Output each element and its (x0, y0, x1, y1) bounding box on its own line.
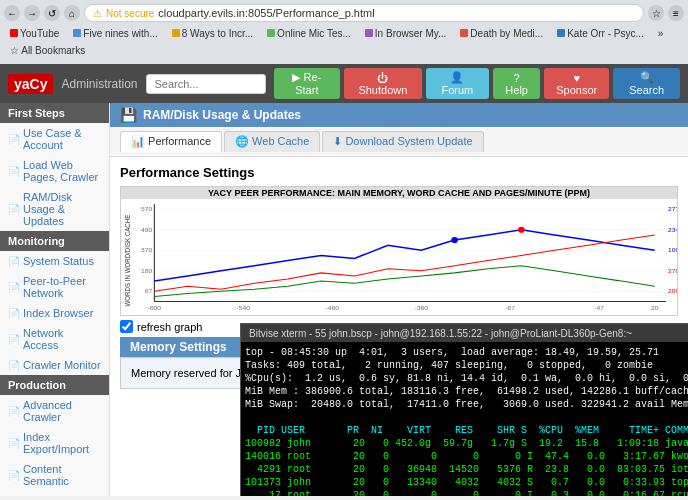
terminal-window: Bitvise xterm - 55 john.bscp - john@192.… (240, 323, 688, 496)
refresh-graph-checkbox[interactable] (120, 320, 133, 333)
svg-text:-460: -460 (326, 304, 340, 311)
section-icon: 💾 (120, 107, 137, 123)
svg-text:67: 67 (145, 288, 153, 295)
lock-icon: ⚠ (93, 8, 102, 19)
page-title: Performance Settings (120, 165, 678, 180)
bookmark-browser[interactable]: In Browser My... (359, 26, 453, 41)
forum-button[interactable]: 👤 Forum (426, 68, 490, 99)
sidebar-item-targetanalysis[interactable]: 📄Target Analysis (0, 491, 109, 496)
refresh-button[interactable]: ↺ (44, 5, 60, 21)
svg-text:-540: -540 (237, 304, 251, 311)
app: yaCy Administration ▶ Re-Start ⏻ Shutdow… (0, 64, 688, 496)
memory-label: Memory reserved for JVM (131, 367, 258, 379)
sidebar-item-systemstatus[interactable]: 📄System Status (0, 251, 109, 271)
sidebar-section-monitoring: Monitoring 📄System Status 📄Peer-to-Peer … (0, 231, 109, 375)
terminal-line-blank (245, 411, 688, 424)
tab-performance[interactable]: 📊 Performance (120, 131, 222, 152)
tabs: 📊 Performance 🌐 Web Cache ⬇ Download Sys… (110, 127, 688, 157)
terminal-line-10: 101373 john 20 0 13340 4032 4032 S 0.7 0… (245, 476, 688, 489)
not-secure-label: Not secure (106, 8, 154, 19)
bookmark-mic[interactable]: Online Mic Tes... (261, 26, 357, 41)
chart-title: YACY PEER PERFORMANCE: MAIN MEMORY, WORD… (121, 187, 677, 199)
svg-text:2770: 2770 (668, 206, 677, 213)
back-button[interactable]: ← (4, 5, 20, 21)
shutdown-button[interactable]: ⏻ Shutdown (344, 68, 421, 99)
tab-download[interactable]: ⬇ Download System Update (322, 131, 483, 152)
url-text: cloudparty.evils.in:8055/Performance_p.h… (158, 7, 374, 19)
sidebar-item-contentsemantic[interactable]: 📄Content Semantic (0, 459, 109, 491)
all-bookmarks-button[interactable]: ☆ All Bookmarks (4, 43, 91, 58)
section-title: RAM/Disk Usage & Updates (143, 108, 301, 122)
bookmark-8ways[interactable]: 8 Ways to Incr... (166, 26, 259, 41)
svg-text:-600: -600 (148, 304, 162, 311)
svg-point-20 (518, 227, 525, 233)
svg-text:-360: -360 (415, 304, 429, 311)
refresh-graph-label: refresh graph (137, 321, 202, 333)
main-layout: First Steps 📄Use Case & Account 📄Load We… (0, 103, 688, 496)
address-bar[interactable]: ⚠ Not secure cloudparty.evils.in:8055/Pe… (84, 4, 644, 22)
svg-text:1000: 1000 (668, 247, 677, 254)
terminal-line-3: %Cpu(s): 1.2 us, 0.6 sy, 81.8 ni, 14.4 i… (245, 372, 688, 385)
section-header: 💾 RAM/Disk Usage & Updates (110, 103, 688, 127)
sidebar-item-indexexport[interactable]: 📄Index Export/Import (0, 427, 109, 459)
sidebar-item-networkaccess[interactable]: 📄Network Access (0, 323, 109, 355)
top-bar: yaCy Administration ▶ Re-Start ⏻ Shutdow… (0, 64, 688, 103)
sidebar-section-title-monitoring: Monitoring (0, 231, 109, 251)
svg-text:2000: 2000 (668, 288, 677, 295)
sidebar-item-loadweb[interactable]: 📄Load Web Pages, Crawler (0, 155, 109, 187)
sidebar-item-indexbrowser[interactable]: 📄Index Browser (0, 303, 109, 323)
browser-chrome: ← → ↺ ⌂ ⚠ Not secure cloudparty.evils.in… (0, 0, 688, 64)
browser-nav: ← → ↺ ⌂ ⚠ Not secure cloudparty.evils.in… (4, 4, 684, 22)
svg-point-21 (451, 237, 458, 243)
search-input[interactable] (146, 74, 266, 94)
svg-text:180: 180 (141, 267, 153, 274)
help-button[interactable]: ? Help (493, 68, 540, 99)
svg-text:490: 490 (141, 226, 153, 233)
terminal-line-4: MiB Mem : 386900.6 total, 183116.3 free,… (245, 385, 688, 398)
star-button[interactable]: ☆ (648, 5, 664, 21)
home-button[interactable]: ⌂ (64, 5, 80, 21)
svg-text:-67: -67 (505, 304, 515, 311)
terminal-line-8: 140016 root 20 0 0 0 0 I 47.4 0.0 3:17.6… (245, 450, 688, 463)
terminal-title: Bitvise xterm - 55 john.bscp - john@192.… (249, 328, 632, 339)
sidebar: First Steps 📄Use Case & Account 📄Load We… (0, 103, 110, 496)
sidebar-item-usecase[interactable]: 📄Use Case & Account (0, 123, 109, 155)
svg-text:570: 570 (141, 206, 153, 213)
bookmark-fivenines[interactable]: Five nines with... (67, 26, 163, 41)
logo: yaCy (8, 74, 53, 94)
sidebar-item-advancedcrawler[interactable]: 📄Advanced Crawler (0, 395, 109, 427)
svg-text:WORDS IN WORD/DISK CACHE: WORDS IN WORD/DISK CACHE (124, 215, 131, 307)
svg-text:2340: 2340 (668, 226, 677, 233)
chart-inner: WORDS IN WORD/DISK CACHE (121, 199, 677, 316)
tab-webcache[interactable]: 🌐 Web Cache (224, 131, 320, 152)
sidebar-section-production: Production 📄Advanced Crawler 📄Index Expo… (0, 375, 109, 496)
bookmark-more[interactable]: » (652, 26, 670, 41)
terminal-line-7: 100982 john 20 0 452.0g 59.7g 1.7g S 19.… (245, 437, 688, 450)
terminal-line-5: MiB Swap: 20480.0 total, 17411.0 free, 3… (245, 398, 688, 411)
sidebar-item-peertopeer[interactable]: 📄Peer-to-Peer Network (0, 271, 109, 303)
menu-button[interactable]: ≡ (668, 5, 684, 21)
sidebar-item-crawlermonitor[interactable]: 📄Crawler Monitor (0, 355, 109, 375)
content-area: 💾 RAM/Disk Usage & Updates 📊 Performance… (110, 103, 688, 496)
bookmark-kate[interactable]: Kate Orr - Psyc... (551, 26, 650, 41)
sidebar-section-firststeps: First Steps 📄Use Case & Account 📄Load We… (0, 103, 109, 231)
terminal-titlebar: Bitvise xterm - 55 john.bscp - john@192.… (241, 324, 688, 342)
bookmark-youtube[interactable]: YouTube (4, 26, 65, 41)
search-button[interactable]: 🔍 Search (613, 68, 680, 99)
top-buttons: ▶ Re-Start ⏻ Shutdown 👤 Forum ? Help ♥ S… (274, 68, 681, 99)
sidebar-item-ramdisk[interactable]: 📄RAM/Disk Usage & Updates (0, 187, 109, 231)
terminal-body: top - 08:45:30 up 4:01, 3 users, load av… (241, 342, 688, 496)
terminal-line-2: Tasks: 409 total, 2 running, 407 sleepin… (245, 359, 688, 372)
sponsor-button[interactable]: ♥ Sponsor (544, 68, 609, 99)
admin-label: Administration (61, 77, 137, 91)
bookmark-death[interactable]: Death by Medi... (454, 26, 549, 41)
sidebar-section-title-production: Production (0, 375, 109, 395)
svg-text:-47: -47 (594, 304, 604, 311)
restart-button[interactable]: ▶ Re-Start (274, 68, 341, 99)
svg-text:370: 370 (141, 247, 153, 254)
bookmarks-bar: YouTube Five nines with... 8 Ways to Inc… (4, 26, 684, 58)
terminal-line-9: 4291 root 20 0 36948 14520 5376 R 23.8 0… (245, 463, 688, 476)
forward-button[interactable]: → (24, 5, 40, 21)
terminal-line-header: PID USER PR NI VIRT RES SHR S %CPU %MEM … (245, 424, 688, 437)
svg-text:270: 270 (668, 267, 677, 274)
